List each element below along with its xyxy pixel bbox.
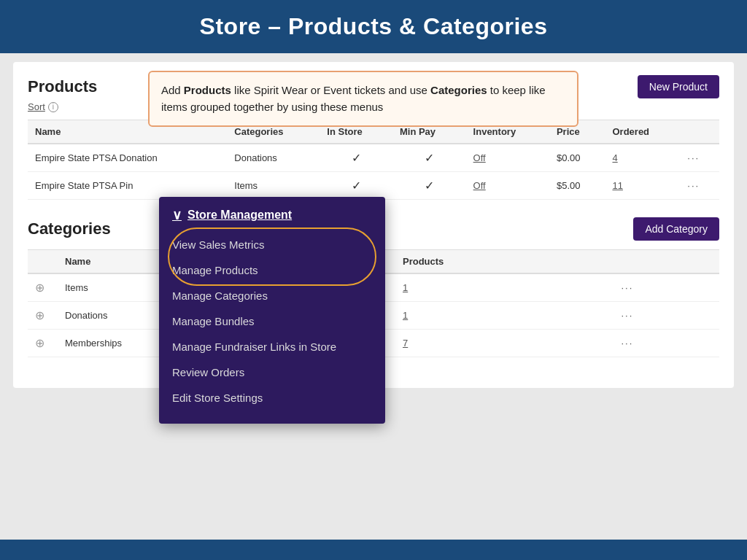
drag-handle-cell[interactable]: ⊕	[28, 273, 58, 302]
category-actions[interactable]: ···	[614, 302, 719, 330]
category-actions[interactable]: ···	[614, 273, 719, 302]
table-row: Empire State PTSA Donation Donations ✓ ✓…	[28, 144, 719, 172]
category-actions[interactable]: ···	[614, 330, 719, 357]
cat-col-name	[28, 250, 58, 274]
product-category: Donations	[227, 144, 320, 172]
product-category: Items	[227, 172, 320, 200]
dropdown-header: ∨ Store Management	[159, 207, 385, 232]
info-tooltip: Add Products like Spirit Wear or Event t…	[148, 71, 578, 127]
menu-item-manage-bundles[interactable]: Manage Bundles	[159, 308, 385, 334]
col-header-ordered: Ordered	[605, 120, 680, 144]
sort-link[interactable]: Sort	[28, 101, 45, 112]
product-ordered[interactable]: 11	[605, 172, 680, 200]
category-products[interactable]: 7	[395, 330, 614, 357]
add-category-button[interactable]: Add Category	[633, 217, 719, 241]
product-minpay: ✓	[392, 172, 466, 200]
table-row: Empire State PTSA Pin Items ✓ ✓ Off $5.0…	[28, 172, 719, 200]
page-title: Store – Products & Categories	[0, 0, 747, 53]
info-text-prefix: Add	[161, 84, 184, 96]
footer-bar	[0, 540, 747, 560]
menu-item-review-orders[interactable]: Review Orders	[159, 359, 385, 385]
products-table: Name Categories In Store Min Pay Invento…	[28, 120, 719, 200]
dropdown-header-label: Store Management	[187, 209, 292, 222]
product-ordered[interactable]: 4	[605, 144, 680, 172]
product-inventory[interactable]: Off	[466, 172, 549, 200]
product-actions[interactable]: ···	[680, 144, 719, 172]
category-products[interactable]: 1	[395, 302, 614, 330]
col-header-actions	[680, 120, 719, 144]
menu-item-manage-products[interactable]: Manage Products	[159, 257, 385, 283]
info-icon[interactable]: i	[48, 102, 58, 112]
store-management-dropdown: ∨ Store Management View Sales Metrics Ma…	[159, 197, 385, 424]
product-price: $0.00	[549, 144, 605, 172]
product-name: Empire State PTSA Pin	[28, 172, 227, 200]
drag-handle-cell[interactable]: ⊕	[28, 302, 58, 330]
new-product-button[interactable]: New Product	[638, 75, 719, 98]
product-price: $5.00	[549, 172, 605, 200]
products-title: Products	[28, 77, 97, 96]
info-bold-products: Products	[184, 84, 231, 96]
product-minpay: ✓	[392, 144, 466, 172]
product-instore: ✓	[320, 144, 392, 172]
dropdown-arrow-icon: ∨	[172, 207, 182, 223]
info-bold-categories: Categories	[430, 84, 487, 96]
product-actions[interactable]: ···	[680, 172, 719, 200]
category-products[interactable]: 1	[395, 273, 614, 302]
categories-title: Categories	[28, 219, 111, 238]
menu-item-manage-categories[interactable]: Manage Categories	[159, 283, 385, 308]
menu-item-edit-settings[interactable]: Edit Store Settings	[159, 385, 385, 411]
info-text-mid: like Spirit Wear or Event tickets and us…	[231, 84, 430, 96]
cat-col-products: Products	[395, 250, 614, 274]
product-instore: ✓	[320, 172, 392, 200]
menu-item-manage-fundraiser[interactable]: Manage Fundraiser Links in Store	[159, 334, 385, 359]
product-name: Empire State PTSA Donation	[28, 144, 227, 172]
cat-col-actions	[614, 250, 719, 274]
menu-item-view-sales[interactable]: View Sales Metrics	[159, 232, 385, 257]
product-inventory[interactable]: Off	[466, 144, 549, 172]
drag-handle-cell[interactable]: ⊕	[28, 330, 58, 357]
